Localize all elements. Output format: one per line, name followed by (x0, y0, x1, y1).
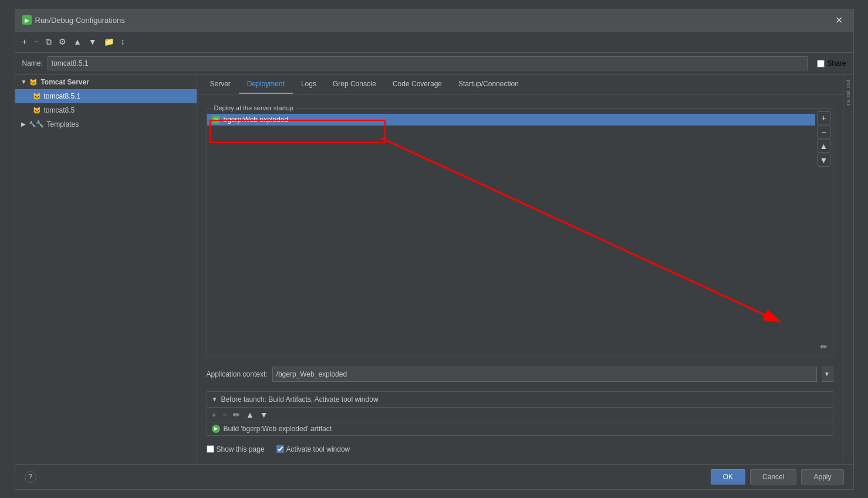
deploy-up-button[interactable]: ▲ (818, 140, 830, 153)
remove-config-button[interactable]: − (32, 36, 41, 48)
down-config-button[interactable]: ▼ (86, 36, 99, 48)
context-row: Application context: ▼ (207, 363, 833, 385)
wrench-icon: 🔧 (29, 120, 44, 128)
deploy-section: Deploy at the server startup W bgerp:Web… (207, 109, 833, 357)
before-launch-edit-button[interactable]: ✏ (231, 409, 242, 421)
activate-window-label: Activate tool window (286, 445, 350, 453)
deploy-item-0[interactable]: W bgerp:Web exploded (207, 114, 815, 126)
sort-config-button[interactable]: ↕ (119, 36, 127, 48)
share-checkbox[interactable] (817, 60, 825, 67)
before-launch-collapse-icon[interactable]: ▼ (212, 396, 218, 402)
deploy-section-label: Deploy at the server startup (212, 104, 296, 111)
before-launch-title: Before launch: Build Artifacts, Activate… (221, 395, 378, 404)
deploy-edit-button[interactable]: ✏ (818, 340, 830, 353)
tab-startup-connection[interactable]: Startup/Connection (450, 75, 527, 94)
deploy-list-area: W bgerp:Web exploded + − ▲ ▼ ✏ (207, 109, 833, 355)
deploy-add-button[interactable]: + (818, 111, 830, 124)
activate-window-checkbox-item: Activate tool window (276, 445, 350, 453)
title-bar-left: ▶ Run/Debug Configurations (22, 15, 125, 25)
right-panel: Server Deployment Logs Grep Console Code… (197, 75, 843, 464)
tabs: Server Deployment Logs Grep Console Code… (197, 75, 843, 94)
activate-window-checkbox[interactable] (276, 445, 284, 453)
dialog-title: Run/Debug Configurations (35, 16, 125, 25)
tab-server[interactable]: Server (202, 75, 239, 94)
deploy-item-icon-0: W (212, 116, 220, 124)
right-edge-panel: inst nst ins (843, 75, 853, 464)
name-label: Name: (22, 59, 43, 67)
before-launch-remove-button[interactable]: − (220, 409, 229, 421)
show-page-checkbox-item: Show this page (207, 445, 265, 453)
tomcat-item1-icon (33, 92, 41, 100)
sidebar-tomcat-server-label: Tomcat Server (40, 78, 89, 86)
tomcat-item2-icon (33, 106, 41, 114)
right-edge-text3: ins (845, 100, 851, 107)
apply-button[interactable]: Apply (801, 469, 843, 485)
sidebar-tomcat-item1-label: tomcat8.5.1 (44, 92, 81, 100)
deploy-remove-button[interactable]: − (818, 126, 830, 138)
deploy-side-buttons: + − ▲ ▼ ✏ (815, 109, 833, 355)
before-launch-item[interactable]: ▶ Build 'bgerp:Web exploded' artifact (207, 422, 833, 435)
before-launch-header: ▼ Before launch: Build Artifacts, Activa… (207, 392, 833, 408)
deploy-item-name-0: bgerp:Web exploded (224, 116, 289, 124)
add-config-button[interactable]: + (20, 36, 29, 48)
context-input[interactable] (272, 367, 817, 382)
name-row: Name: Share (15, 53, 853, 75)
title-bar: ▶ Run/Debug Configurations ✕ (15, 9, 853, 32)
show-page-checkbox[interactable] (207, 445, 214, 453)
deploy-down-button[interactable]: ▼ (818, 154, 830, 167)
tab-deployment[interactable]: Deployment (239, 75, 293, 94)
dialog-icon: ▶ (22, 15, 32, 25)
before-launch-add-button[interactable]: + (210, 409, 219, 421)
dialog-footer: ? OK Cancel Apply (15, 464, 853, 489)
show-page-label: Show this page (217, 445, 265, 453)
right-edge-text1: inst (845, 80, 851, 88)
deploy-list: W bgerp:Web exploded (207, 109, 815, 355)
up-config-button[interactable]: ▲ (71, 36, 84, 48)
sidebar-templates-label: Templates (47, 120, 79, 128)
run-debug-dialog: ▶ Run/Debug Configurations ✕ + − ⧉ ⚙ ▲ ▼… (15, 9, 854, 490)
close-button[interactable]: ✕ (832, 13, 846, 27)
sidebar-tomcat-item2[interactable]: tomcat8.5 (15, 103, 197, 117)
share-label: Share (827, 59, 846, 67)
settings-config-button[interactable]: ⚙ (56, 36, 69, 48)
share-checkbox-area: Share (817, 59, 846, 67)
tab-logs[interactable]: Logs (293, 75, 325, 94)
tab-code-coverage[interactable]: Code Coverage (384, 75, 450, 94)
tab-deployment-content: Deploy at the server startup W bgerp:Web… (197, 94, 843, 464)
folder-config-button[interactable]: 📁 (102, 36, 116, 48)
before-launch-section: ▼ Before launch: Build Artifacts, Activa… (207, 391, 833, 436)
help-button[interactable]: ? (25, 471, 36, 483)
main-content: ▼ Tomcat Server tomcat8.5.1 tomcat8.5 ▶ … (15, 75, 853, 464)
before-launch-toolbar: + − ✏ ▲ ▼ (207, 408, 833, 422)
copy-config-button[interactable]: ⧉ (43, 36, 54, 48)
tomcat-icon (29, 78, 38, 86)
before-launch-item-label: Build 'bgerp:Web exploded' artifact (224, 425, 332, 433)
tab-grep-console[interactable]: Grep Console (325, 75, 384, 94)
before-launch-item-icon: ▶ (212, 425, 220, 433)
before-launch-down-button[interactable]: ▼ (258, 409, 271, 421)
sidebar-tomcat-server[interactable]: ▼ Tomcat Server (15, 75, 197, 89)
context-dropdown-button[interactable]: ▼ (822, 367, 833, 382)
toolbar: + − ⧉ ⚙ ▲ ▼ 📁 ↕ (15, 32, 853, 53)
name-input[interactable] (48, 56, 808, 70)
sidebar-tomcat-item1[interactable]: tomcat8.5.1 (15, 89, 197, 103)
right-edge-text2: nst (845, 90, 851, 97)
footer-checkboxes: Show this page Activate tool window (207, 442, 833, 457)
ok-button[interactable]: OK (711, 469, 745, 485)
before-launch-up-button[interactable]: ▲ (244, 409, 256, 421)
sidebar-templates[interactable]: ▶ 🔧 Templates (15, 117, 197, 131)
sidebar-tomcat-item2-label: tomcat8.5 (44, 106, 75, 114)
cancel-button[interactable]: Cancel (750, 469, 796, 485)
context-label: Application context: (207, 370, 268, 378)
sidebar: ▼ Tomcat Server tomcat8.5.1 tomcat8.5 ▶ … (15, 75, 197, 464)
